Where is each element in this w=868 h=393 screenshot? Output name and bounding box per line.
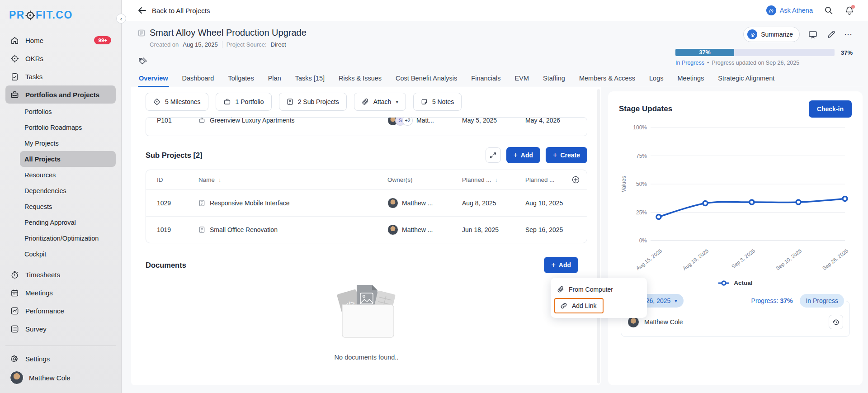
- tab-dashboard[interactable]: Dashboard: [181, 71, 215, 87]
- history-icon[interactable]: [829, 315, 843, 329]
- tab-members-access[interactable]: Members & Access: [578, 71, 636, 87]
- sort-desc-icon[interactable]: ↓: [495, 177, 498, 183]
- tab-overview[interactable]: Overview: [138, 71, 169, 87]
- check-in-button[interactable]: Check-in: [809, 100, 852, 118]
- sidebar-user[interactable]: Matthew Cole: [5, 368, 116, 388]
- sidebar-subitem-resources[interactable]: Resources: [20, 167, 116, 183]
- sidebar-item-okrs[interactable]: OKRs: [5, 49, 116, 67]
- sidebar-subitem-dependencies[interactable]: Dependencies: [20, 183, 116, 199]
- project-progress: 37% 37%: [675, 49, 853, 56]
- briefcase-icon: [198, 117, 205, 123]
- sidebar-item-home[interactable]: Home 99+: [5, 31, 116, 49]
- sidebar-item-label: Meetings: [25, 289, 53, 297]
- sort-desc-icon[interactable]: ↓: [218, 177, 221, 183]
- subprojects-add-button[interactable]: + Add: [506, 147, 541, 163]
- sidebar-subitem-portfolios[interactable]: Portfolios: [20, 104, 116, 119]
- menu-item-add-link[interactable]: Add Link: [554, 298, 604, 313]
- tab-financials[interactable]: Financials: [470, 71, 501, 87]
- chevron-left-icon: ‹: [120, 15, 122, 22]
- sidebar-item-performance[interactable]: Performance: [5, 302, 116, 320]
- sidebar-subitem-portfolio-roadmaps[interactable]: Portfolio Roadmaps: [20, 119, 116, 135]
- sidebar-subitem-all-projects[interactable]: All Projects: [20, 151, 116, 167]
- svg-text:100%: 100%: [633, 124, 647, 131]
- panel-scrollbar[interactable]: [597, 89, 600, 384]
- progress-fill: 37%: [675, 49, 734, 56]
- column-planned-start[interactable]: Planned ... ↓: [462, 176, 525, 183]
- column-name[interactable]: Name ↓: [198, 176, 387, 183]
- presentation-icon[interactable]: [808, 29, 818, 39]
- menu-item-from-computer[interactable]: From Computer: [551, 281, 647, 298]
- row-end-date: May 4, 2026: [525, 117, 580, 124]
- status-line: In Progress • Progress updated on Sep 26…: [675, 60, 853, 66]
- sidebar-subitem-my-projects[interactable]: My Projects: [20, 135, 116, 151]
- sidebar-item-label: Settings: [25, 355, 50, 363]
- column-owners[interactable]: Owner(s): [387, 176, 462, 183]
- svg-text:75%: 75%: [636, 153, 647, 159]
- sidebar-item-portfolios-projects[interactable]: Portfolios and Projects: [5, 85, 116, 104]
- sidebar-item-timesheets[interactable]: Timesheets: [5, 265, 116, 284]
- subitem-label: Portfolio Roadmaps: [24, 124, 82, 131]
- sidebar-collapse-button[interactable]: ‹: [116, 14, 126, 24]
- search-icon[interactable]: [824, 5, 834, 15]
- gear-icon: [10, 354, 19, 363]
- back-link[interactable]: Back to All Projects: [138, 7, 210, 14]
- bell-icon[interactable]: [844, 5, 854, 15]
- avatar-more-count: +2: [402, 117, 413, 126]
- tab-logs[interactable]: Logs: [648, 71, 664, 87]
- sidebar-subitem-prioritization[interactable]: Prioritization/Optimization: [20, 230, 116, 246]
- tab-meetings[interactable]: Meetings: [676, 71, 705, 87]
- sidebar-subitem-cockpit[interactable]: Cockpit: [20, 246, 116, 262]
- app-root: ‹ PR FIT.CO Home 99+ OKRs: [0, 0, 868, 393]
- table-row[interactable]: P101 Greenview Luxury Apartments: [146, 117, 587, 129]
- sub-projects-pill[interactable]: 2 Sub Projects: [279, 93, 347, 111]
- sidebar-item-label: OKRs: [25, 55, 43, 62]
- attach-pill[interactable]: Attach ▾: [354, 93, 406, 111]
- documents-add-button[interactable]: + Add: [544, 257, 578, 273]
- tab-staffing[interactable]: Staffing: [542, 71, 566, 87]
- more-options-icon[interactable]: ⋯: [844, 29, 853, 39]
- summarize-button[interactable]: Summarize: [743, 27, 800, 42]
- sidebar-item-settings[interactable]: Settings: [5, 350, 116, 368]
- add-column-icon[interactable]: [572, 176, 580, 184]
- sidebar-subitem-requests[interactable]: Requests: [20, 199, 116, 214]
- milestone-icon: [153, 98, 160, 105]
- sidebar-item-tasks[interactable]: Tasks: [5, 67, 116, 85]
- menu-item-label: Add Link: [572, 302, 596, 309]
- portfolio-pill[interactable]: 1 Portfolio: [216, 93, 272, 111]
- table-row[interactable]: 1029 Responsive Mobile Interface Matthew…: [146, 190, 587, 217]
- notification-count-badge: 99+: [94, 36, 111, 44]
- update-owner-name: Matthew Cole: [644, 318, 683, 326]
- row-planned-end: Sep 16, 2025: [525, 226, 580, 233]
- sidebar-nav: Home 99+ OKRs Tasks Portfolios and Proj: [0, 29, 121, 338]
- milestones-pill[interactable]: 5 Milestones: [146, 93, 208, 111]
- tab-plan[interactable]: Plan: [267, 71, 282, 87]
- sidebar-item-label: Performance: [25, 307, 64, 315]
- column-label: Planned ...: [462, 176, 491, 183]
- chart-legend[interactable]: Actual: [619, 279, 852, 286]
- column-planned-end[interactable]: Planned ...: [525, 176, 580, 184]
- edit-pencil-icon[interactable]: [826, 29, 836, 39]
- tab-strategic-alignment[interactable]: Strategic Alignment: [717, 71, 775, 87]
- tab-risks-issues[interactable]: Risks & Issues: [338, 71, 382, 87]
- topbar: Back to All Projects Ask Athena: [122, 0, 868, 21]
- table-row[interactable]: 1019 Small Office Renovation Matthew ...: [146, 217, 587, 243]
- sidebar-item-meetings[interactable]: Meetings: [5, 284, 116, 302]
- column-id[interactable]: ID: [157, 176, 198, 183]
- plus-icon: +: [553, 152, 557, 159]
- tab-evm[interactable]: EVM: [514, 71, 530, 87]
- status-in-progress-link[interactable]: In Progress: [675, 60, 704, 66]
- sidebar-item-survey[interactable]: Survey: [5, 320, 116, 338]
- notes-pill[interactable]: 5 Notes: [413, 93, 462, 111]
- link-icon: [560, 302, 567, 309]
- sidebar-footer: Settings Matthew Cole: [0, 341, 121, 388]
- tab-tasks[interactable]: Tasks [15]: [294, 71, 326, 87]
- tab-cost-benefit[interactable]: Cost Benefit Analysis: [395, 71, 458, 87]
- sidebar-subitem-pending-approval[interactable]: Pending Approval: [20, 214, 116, 230]
- athena-icon: [766, 5, 776, 15]
- subprojects-create-button[interactable]: + Create: [546, 147, 587, 163]
- logo-text-right: FIT.CO: [36, 9, 73, 21]
- tab-tollgates[interactable]: Tollgates: [227, 71, 255, 87]
- svg-text:Values: Values: [621, 176, 627, 192]
- ask-athena-button[interactable]: Ask Athena: [766, 5, 813, 15]
- expand-button[interactable]: [486, 147, 501, 163]
